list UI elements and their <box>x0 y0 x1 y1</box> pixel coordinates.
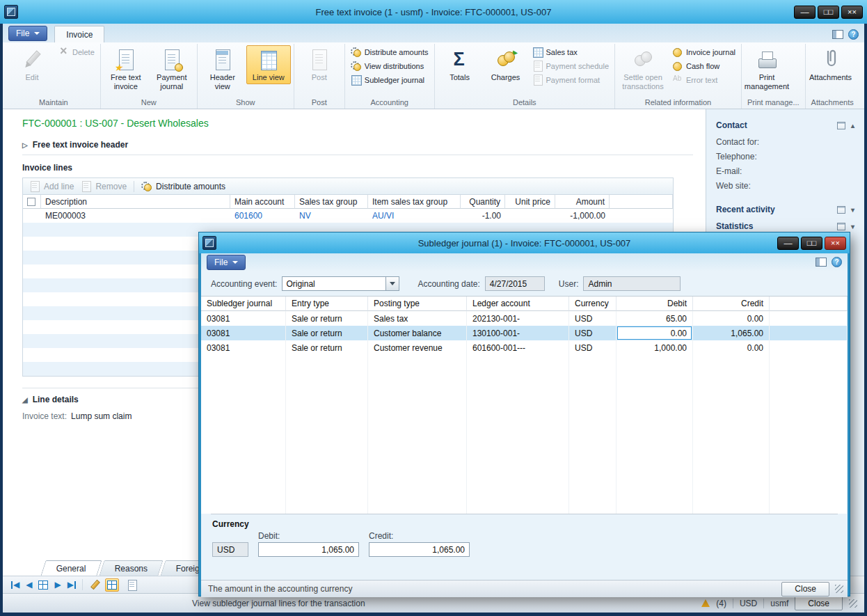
minimize-button[interactable]: – <box>794 6 816 19</box>
window-titlebar[interactable]: Free text invoice (1 - usmf) - Invoice: … <box>0 0 867 24</box>
edit-button[interactable]: Edit <box>10 45 54 84</box>
cell[interactable]: 130100-001- <box>467 326 569 340</box>
cell-amount[interactable]: -1,000.00 <box>555 209 610 223</box>
add-line-button[interactable]: Add line <box>29 181 74 191</box>
cell[interactable]: 0.00 <box>693 340 770 355</box>
cell-sales-tax-group[interactable]: NV <box>295 209 368 223</box>
cell[interactable]: 601600-001--- <box>467 340 569 355</box>
chevron-down-icon[interactable]: ▾ <box>851 223 854 230</box>
alerts-icon[interactable] <box>701 599 710 607</box>
charges-button[interactable]: Charges <box>484 45 528 84</box>
cell-description[interactable]: ME000003 <box>41 209 230 223</box>
column-posting-type[interactable]: Posting type <box>368 297 467 311</box>
distribute-amounts-toolbar-button[interactable]: Distribute amounts <box>141 181 225 191</box>
cell[interactable]: 03081 <box>201 326 286 340</box>
post-button[interactable]: Post <box>297 45 342 84</box>
column-sales-tax-group[interactable]: Sales tax group <box>295 195 368 209</box>
next-record-icon[interactable]: ▶ <box>54 580 61 590</box>
cell[interactable]: 202130-001- <box>467 311 569 326</box>
cell[interactable]: Sale or return <box>286 311 368 326</box>
cell[interactable]: Sale or return <box>286 340 368 355</box>
edit-record-icon[interactable] <box>89 580 99 590</box>
cell[interactable]: 03081 <box>201 340 286 355</box>
column-item-sales-tax-group[interactable]: Item sales tax group <box>368 195 461 209</box>
column-ledger-account[interactable]: Ledger account <box>467 297 569 311</box>
debit-total-field[interactable]: 1,065.00 <box>258 542 359 557</box>
cell-quantity[interactable]: -1.00 <box>461 209 505 223</box>
chevron-down-icon[interactable]: ▾ <box>851 206 854 214</box>
subledger-journal-button[interactable]: Subledger journal <box>348 73 431 86</box>
cell[interactable]: 65.00 <box>617 311 693 326</box>
column-credit[interactable]: Credit <box>693 297 770 311</box>
main-close-button[interactable]: Close <box>795 596 843 610</box>
attachments-button[interactable]: Attachments <box>809 45 853 84</box>
column-subledger-journal[interactable]: Subledger journal <box>201 297 286 311</box>
credit-total-field[interactable]: 1,065.00 <box>369 542 470 557</box>
line-view-button[interactable]: Line view <box>246 45 291 84</box>
cell[interactable]: Customer balance <box>368 326 467 340</box>
invoice-journal-button[interactable]: Invoice journal <box>669 45 738 58</box>
header-view-button[interactable]: Header view <box>200 45 245 93</box>
layout-icon[interactable] <box>816 258 827 267</box>
first-record-icon[interactable]: ◀ <box>11 580 19 590</box>
invoice-line-row[interactable]: ME000003 601600 NV AU/VI -1.00 -1,000.00 <box>23 209 673 223</box>
cell[interactable]: USD <box>569 326 617 340</box>
tab-general[interactable]: General <box>40 560 102 576</box>
popout-icon[interactable] <box>837 223 845 230</box>
header-section-expander[interactable]: Free text invoice header <box>22 136 693 155</box>
cell[interactable]: 1,000.00 <box>617 340 693 355</box>
payment-journal-button[interactable]: Payment journal <box>150 45 194 93</box>
settle-open-transactions-button[interactable]: Settle open transactions <box>618 45 668 93</box>
maximize-button[interactable]: □ <box>818 6 839 19</box>
factbox-statistics-header[interactable]: Statistics ▾ <box>716 221 854 231</box>
help-icon[interactable] <box>832 257 842 267</box>
focused-cell[interactable]: 0.00 <box>617 326 693 340</box>
totals-button[interactable]: Totals <box>438 45 482 84</box>
sales-tax-button[interactable]: Sales tax <box>530 45 612 58</box>
factbox-recent-activity-header[interactable]: Recent activity ▾ <box>716 205 854 214</box>
resize-grip[interactable] <box>849 599 857 608</box>
dropdown-button[interactable] <box>386 276 399 291</box>
error-text-button[interactable]: Error text <box>669 73 738 86</box>
column-entry-type[interactable]: Entry type <box>286 297 368 311</box>
chevron-up-icon[interactable]: ▴ <box>851 122 854 129</box>
cell[interactable]: USD <box>569 311 617 326</box>
remove-line-button[interactable]: Remove <box>81 181 127 191</box>
file-menu-button[interactable]: File <box>8 26 47 41</box>
column-quantity[interactable]: Quantity <box>461 195 505 209</box>
dialog-resize-grip[interactable] <box>835 585 843 593</box>
cell[interactable]: 03081 <box>201 311 286 326</box>
distribute-amounts-button[interactable]: Distribute amounts <box>348 45 431 58</box>
factbox-contact-header[interactable]: Contact ▴ <box>716 120 854 130</box>
view-distributions-button[interactable]: View distributions <box>348 59 431 72</box>
select-all-checkbox[interactable] <box>27 198 35 206</box>
grid-view-icon[interactable] <box>38 581 48 590</box>
show-grid-button[interactable] <box>105 578 119 592</box>
tab-reasons[interactable]: Reasons <box>99 560 164 576</box>
tab-invoice[interactable]: Invoice <box>54 26 104 42</box>
payment-schedule-button[interactable]: Payment schedule <box>530 59 612 72</box>
dialog-close-action-button[interactable]: Close <box>781 582 829 597</box>
delete-button[interactable]: Delete <box>56 45 97 58</box>
payment-format-button[interactable]: Payment format <box>530 73 612 86</box>
invoice-text-value[interactable]: Lump sum claim <box>71 411 132 421</box>
cell[interactable]: 0.00 <box>693 311 770 326</box>
dialog-maximize-button[interactable]: □ <box>801 237 822 250</box>
print-management-button[interactable]: Print management <box>745 45 789 93</box>
row-select-cell[interactable] <box>23 209 41 223</box>
status-company[interactable]: usmf <box>770 599 788 608</box>
last-record-icon[interactable]: ▶ <box>67 580 76 590</box>
dialog-minimize-button[interactable]: – <box>777 237 799 250</box>
cell[interactable]: Sales tax <box>368 311 467 326</box>
cell-item-sales-tax-group[interactable]: AU/VI <box>368 209 461 223</box>
help-icon[interactable] <box>848 29 859 40</box>
alerts-count[interactable]: (4) <box>716 599 726 608</box>
column-debit[interactable]: Debit <box>617 297 693 311</box>
cell[interactable]: 1,065.00 <box>693 326 770 340</box>
popout-icon[interactable] <box>837 206 845 214</box>
free-text-invoice-button[interactable]: Free text invoice <box>104 45 148 93</box>
column-unit-price[interactable]: Unit price <box>505 195 555 209</box>
cell-main-account[interactable]: 601600 <box>230 209 295 223</box>
layout-icon[interactable] <box>832 30 843 39</box>
column-main-account[interactable]: Main account <box>230 195 295 209</box>
